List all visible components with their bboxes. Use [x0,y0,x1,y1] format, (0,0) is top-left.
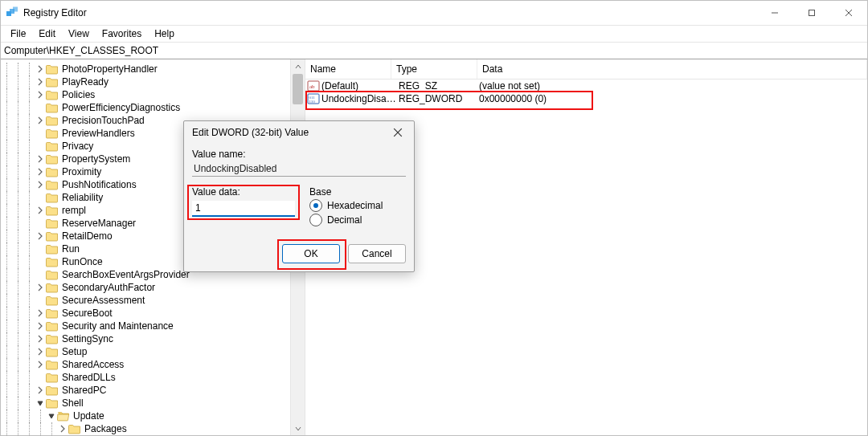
tree-item[interactable]: SharedDLLs [1,371,290,384]
tree-item[interactable]: SharedAccess [1,358,290,371]
menu-file[interactable]: File [4,28,32,39]
chevron-right-icon[interactable] [35,88,46,101]
radio-hex-indicator [309,199,322,212]
tree-item-label: PropertySystem [61,153,131,165]
chevron-down-icon[interactable] [35,397,46,410]
tree-item-label: SettingSync [61,333,114,344]
column-header-name[interactable]: Name [305,59,391,79]
tree-expander-none [35,371,46,384]
content: PhotoPropertyHandlerPlayReadyPoliciesPow… [1,59,867,435]
window-title: Registry Editor [23,7,87,18]
tree-item-label: Security and Maintenance [61,320,174,332]
tree-item[interactable]: SecureAssessment [1,294,290,307]
tree-item[interactable]: Security and Maintenance [1,320,290,332]
tree-item-label: PrecisionTouchPad [61,115,145,126]
chevron-right-icon[interactable] [35,332,46,345]
folder-icon [46,268,59,281]
tree-item-label: PreviewHandlers [61,128,136,139]
tree-item[interactable]: SettingSync [1,332,290,345]
tree-item-label: Reliability [61,192,104,203]
tree-item[interactable]: SecondaryAuthFactor [1,281,290,294]
chevron-right-icon[interactable] [35,178,46,191]
tree-item-label: SharedPC [61,385,107,396]
tree-item[interactable]: Setup [1,345,290,358]
value-name-cell: (Default) [321,80,399,92]
titlebar: Registry Editor [1,1,867,26]
folder-icon [46,114,59,127]
chevron-right-icon[interactable] [35,307,46,320]
chevron-right-icon[interactable] [35,153,46,165]
value-row[interactable]: UndockingDisab...REG_DWORD0x00000000 (0) [305,92,867,105]
chevron-right-icon[interactable] [35,63,46,75]
folder-icon [46,204,59,217]
folder-icon [46,230,59,242]
chevron-right-icon[interactable] [35,281,46,294]
tree-item[interactable]: Policies [1,88,290,101]
column-header-type[interactable]: Type [391,59,477,79]
folder-open-icon [57,410,70,422]
chevron-right-icon[interactable] [35,358,46,371]
chevron-right-icon[interactable] [35,114,46,127]
chevron-right-icon[interactable] [35,384,46,397]
folder-icon [46,332,59,345]
tree-expander-none [35,217,46,230]
chevron-right-icon[interactable] [35,165,46,178]
tree-item[interactable]: SecureBoot [1,307,290,320]
tree-item[interactable]: SharedPC [1,384,290,397]
folder-icon [46,75,59,88]
tree-item[interactable]: PhotoPropertyHandler [1,63,290,75]
value-data-input[interactable] [192,201,295,217]
tree-item-label: Packages [84,423,128,434]
tree-item-label: PushNotifications [61,179,137,190]
minimize-button[interactable] [756,1,793,25]
cancel-button[interactable]: Cancel [348,244,406,263]
radio-hexadecimal[interactable]: Hexadecimal [309,199,406,212]
folder-icon [46,242,59,255]
tree-item[interactable]: PowerEfficiencyDiagnostics [1,101,290,114]
tree-item[interactable]: Shell [1,397,290,410]
regedit-app-icon [6,6,18,19]
menu-view[interactable]: View [62,28,96,39]
radio-dec-label: Decimal [327,214,362,226]
column-header-data[interactable]: Data [477,59,867,79]
tree-item[interactable]: Packages [1,422,290,435]
dialog-close-button[interactable] [382,121,414,144]
close-button[interactable] [830,1,867,25]
folder-icon [46,88,59,101]
tree-item[interactable]: PlayReady [1,75,290,88]
chevron-right-icon[interactable] [35,320,46,332]
scroll-down-button[interactable] [291,422,305,435]
chevron-right-icon[interactable] [35,204,46,217]
ok-button[interactable]: OK [282,244,340,263]
value-row[interactable]: (Default)REG_SZ(value not set) [305,79,867,92]
menu-help[interactable]: Help [148,28,181,39]
address-bar[interactable]: Computer\HKEY_CLASSES_ROOT [1,43,867,59]
chevron-right-icon[interactable] [35,230,46,242]
tree-item-label: Privacy [61,141,94,152]
chevron-right-icon[interactable] [57,422,68,435]
chevron-right-icon[interactable] [35,75,46,88]
folder-icon [46,153,59,165]
tree-item-label: ReserveManager [61,218,137,229]
chevron-down-icon[interactable] [46,410,57,422]
menu-edit[interactable]: Edit [32,28,62,39]
menu-favorites[interactable]: Favorites [96,28,148,39]
folder-icon [46,217,59,230]
folder-icon [46,397,59,410]
window-controls [756,1,867,25]
maximize-button[interactable] [793,1,830,25]
tree-item[interactable]: Update [1,410,290,422]
chevron-right-icon[interactable] [35,345,46,358]
tree-item-label: SharedAccess [61,359,125,370]
folder-icon [68,422,81,435]
tree-item-label: PowerEfficiencyDiagnostics [61,102,181,113]
tree-item-label: PhotoPropertyHandler [61,63,158,75]
value-name-field[interactable]: UndockingDisabled [192,161,406,177]
scroll-thumb[interactable] [293,74,303,104]
tree-expander-none [35,127,46,140]
folder-icon [46,178,59,191]
scroll-up-button[interactable] [291,59,305,73]
folder-icon [46,281,59,294]
folder-icon [46,63,59,75]
radio-decimal[interactable]: Decimal [309,214,406,226]
